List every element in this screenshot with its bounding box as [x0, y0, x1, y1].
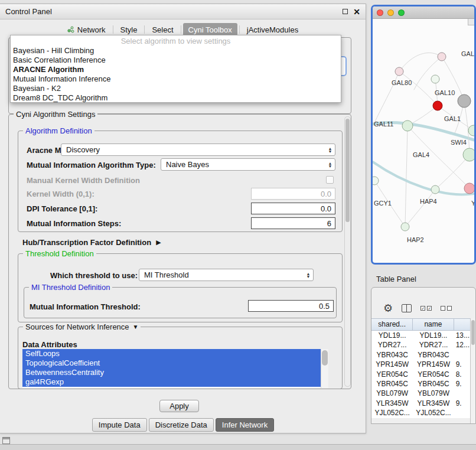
columns-icon[interactable]: [402, 304, 412, 312]
network-node[interactable]: [463, 148, 474, 161]
window-title: Control Panel: [5, 7, 52, 16]
checked-box-icon: ✓: [427, 306, 432, 311]
unchecked-box-icon: [447, 306, 452, 311]
close-icon[interactable]: ✕: [353, 8, 360, 16]
network-canvas[interactable]: GALGAL80GAL10GAL11GAL1SWI4GAL4GCY1HAP4HA…: [373, 19, 474, 263]
data-attributes-label: Data Attributes: [22, 340, 77, 349]
which-threshold-label: Which threshold to use:: [50, 271, 138, 280]
tab-label: jActiveModules: [247, 25, 298, 34]
network-node[interactable]: [395, 67, 403, 76]
network-node[interactable]: [468, 125, 474, 136]
float-window-icon[interactable]: [343, 9, 348, 14]
table-row[interactable]: YER054CYER054C8.: [371, 370, 475, 379]
bottom-tab-impute-data[interactable]: Impute Data: [92, 418, 147, 432]
network-view[interactable]: GALGAL80GAL10GAL11GAL1SWI4GAL4GCY1HAP4HA…: [373, 19, 474, 263]
tab-label: Cyni Toolbox: [188, 25, 232, 34]
attribute-item-betweennesscentrality[interactable]: BetweennessCentrality: [22, 368, 321, 377]
mi-threshold-title: MI Threshold Definition: [29, 283, 112, 292]
restore-panel-icon[interactable]: [2, 437, 10, 444]
gear-icon[interactable]: ⚙: [383, 303, 393, 314]
tab-label: Network: [77, 25, 106, 34]
dpi-tolerance-field[interactable]: 0.0: [251, 203, 335, 214]
hub-section-toggle[interactable]: Hub/Transcription Factor Definition ▶: [22, 238, 161, 247]
table-cell: YDR27...: [413, 340, 454, 350]
table-row[interactable]: YDL19...YDL19...13...: [371, 331, 475, 340]
apply-button[interactable]: Apply: [159, 400, 199, 412]
network-node[interactable]: [458, 94, 471, 107]
control-panel-window: Control Panel ✕ NetworkStyleSelectCyni T…: [0, 4, 366, 433]
column-header-shared-[interactable]: shared...: [371, 319, 413, 330]
table-scrollbar[interactable]: [470, 318, 475, 423]
zoom-dot-icon[interactable]: [398, 9, 405, 16]
bottom-tab-infer-network[interactable]: Infer Network: [216, 418, 274, 432]
table-cell: YER054C: [413, 370, 454, 379]
manual-kernel-checkbox[interactable]: [326, 176, 334, 184]
network-node-label: SWI4: [451, 139, 467, 146]
mi-type-select[interactable]: Naive Bayes ▲▼: [161, 158, 335, 171]
mi-threshold-field[interactable]: 0.5: [248, 300, 334, 312]
algorithm-option-basic-correlation-inference[interactable]: Basic Correlation Inference: [11, 56, 341, 65]
table-row[interactable]: YBR043CYBR043C: [371, 350, 475, 360]
network-tab-icon: [67, 26, 74, 33]
combo-arrows-icon: ▲▼: [325, 162, 335, 168]
network-node[interactable]: [438, 53, 446, 61]
attribute-item-topologicalcoefficient[interactable]: TopologicalCoefficient: [22, 358, 321, 368]
settings-scrollbar-thumb[interactable]: [345, 119, 350, 222]
bottom-tab-bar: Impute DataDiscretize DataInfer Network: [0, 418, 366, 432]
settings-scrollbar[interactable]: [344, 116, 351, 387]
algorithm-definition-title: Algorithm Definition: [23, 126, 94, 135]
dpi-tolerance-label: DPI Tolerance [0,1]:: [27, 204, 97, 213]
algorithm-popup-list: Bayesian - Hill ClimbingBasic Correlatio…: [11, 46, 341, 103]
network-node[interactable]: [464, 183, 474, 194]
network-node[interactable]: [402, 120, 413, 131]
mi-steps-field[interactable]: 6: [251, 217, 335, 229]
aracne-mode-select[interactable]: Discovery ▲▼: [61, 144, 335, 156]
table-panel-title: Table Panel: [376, 275, 416, 283]
algorithm-option-bayesian-hill-climbing[interactable]: Bayesian - Hill Climbing: [11, 46, 341, 56]
combo-arrows-icon: ▲▼: [325, 147, 335, 153]
attribute-item-gal4rgexp[interactable]: gal4RGexp: [22, 377, 321, 387]
algorithm-option-dream8-dc-tdc-algorithm[interactable]: Dream8 DC_TDC Algorithm: [11, 93, 341, 103]
table-scrollbar-thumb[interactable]: [471, 320, 475, 345]
algorithm-option-bayesian-k2[interactable]: Bayesian - K2: [11, 84, 341, 93]
table-body: YDL19...YDL19...13...YDR27...YDR27...12.…: [371, 331, 475, 418]
which-threshold-select[interactable]: MI Threshold ▲▼: [139, 269, 314, 281]
network-node[interactable]: [431, 75, 439, 83]
attribute-item-selfloops[interactable]: SelfLoops: [22, 349, 321, 358]
column-header-name[interactable]: name: [413, 319, 454, 330]
birds-eye-button[interactable]: [468, 19, 474, 25]
table-row[interactable]: YDR27...YDR27...12...: [371, 340, 475, 350]
network-node[interactable]: [373, 177, 379, 185]
close-dot-icon[interactable]: [377, 9, 383, 16]
tab-divider: [144, 25, 145, 34]
mi-type-value: Naive Bayes: [166, 160, 209, 169]
network-node[interactable]: [433, 101, 442, 110]
which-threshold-value: MI Threshold: [144, 270, 189, 279]
table-cell: YDR27...: [371, 340, 413, 350]
attribute-list-scrollbar[interactable]: [321, 349, 328, 388]
unselect-all-icon[interactable]: [441, 306, 452, 311]
sources-title-row[interactable]: Sources for Network Inference ▼: [23, 322, 141, 331]
table-cell: YBR043C: [413, 350, 454, 360]
table-row[interactable]: YBL079WYBL079W: [371, 389, 475, 398]
expand-right-icon: ▶: [156, 239, 161, 246]
algorithm-option-mutual-information-inference[interactable]: Mutual Information Inference: [11, 74, 341, 84]
algorithm-option-aracne-algorithm[interactable]: ARACNE Algorithm: [11, 65, 341, 74]
network-node-label: HAP4: [420, 198, 437, 205]
network-node-label: HAP2: [407, 236, 424, 243]
table-row[interactable]: YJL052C...YJL052C...: [371, 408, 475, 418]
control-panel-titlebar: Control Panel ✕: [0, 4, 366, 19]
network-node-label: GAL11: [374, 120, 393, 128]
kernel-width-field[interactable]: 0.0: [251, 188, 335, 200]
table-row[interactable]: YLR345WYLR345W9.: [371, 399, 475, 408]
table-row[interactable]: YBR045CYBR045C9.: [371, 379, 475, 389]
select-all-icon[interactable]: ✓ ✓: [420, 306, 432, 311]
kernel-width-value: 0.0: [321, 190, 331, 198]
attribute-list-scrollbar-thumb[interactable]: [322, 350, 328, 366]
table-row[interactable]: YPR145WYPR145W9.: [371, 360, 475, 369]
network-node[interactable]: [431, 185, 439, 194]
apply-button-label: Apply: [169, 402, 189, 410]
network-node[interactable]: [401, 223, 409, 231]
minimize-dot-icon[interactable]: [387, 9, 394, 16]
bottom-tab-discretize-data[interactable]: Discretize Data: [149, 418, 214, 432]
